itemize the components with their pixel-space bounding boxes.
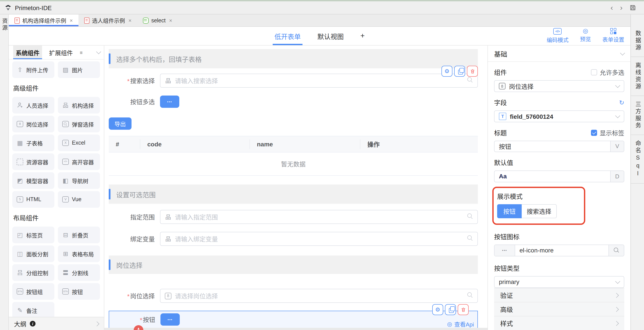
menu-icon[interactable]: ≡ [80, 50, 83, 55]
accordion-validation[interactable]: 验证 [494, 288, 624, 302]
bind-var-input[interactable]: 品 请输入绑定变量 [160, 232, 478, 246]
component-item-vue[interactable]: VVue [58, 191, 100, 208]
component-item-image[interactable]: ▨图片 [58, 61, 100, 78]
strip-item-datasource[interactable]: 数据源 [631, 25, 644, 57]
field-row-button-multi[interactable]: 按钮多选 ••• [109, 96, 478, 108]
gear-icon[interactable]: ⚙ [432, 304, 443, 315]
resource-strip-label[interactable]: 资源 [1, 18, 8, 32]
tab-extension-components[interactable]: 扩展组件 [46, 46, 76, 59]
grid-settings-icon [610, 28, 616, 34]
component-item-nav-tree[interactable]: ◧导航树 [58, 172, 100, 189]
icon-preview-box[interactable]: ••• [494, 245, 515, 256]
component-item-panel-split[interactable]: ◫面板分割 [12, 246, 54, 262]
icon-search-button[interactable] [608, 245, 624, 256]
component-item-group-control[interactable]: 吕分组控制 [12, 264, 54, 281]
component-item-button[interactable]: BTN按钮 [58, 283, 100, 300]
strip-item-third-party-service[interactable]: 三方服务 [631, 96, 644, 135]
preview-button[interactable]: ◎ 预览 [580, 28, 591, 44]
strip-item-named-sql[interactable]: 命名Sql [631, 135, 644, 184]
default-suffix-button[interactable]: D [610, 171, 624, 182]
component-item-org-select[interactable]: 品机构选择 [58, 97, 100, 114]
component-item-subtable[interactable]: ▦子表格 [12, 134, 54, 151]
default-value-input[interactable]: Aa D [494, 170, 624, 182]
code-file-icon: </> [62, 159, 69, 165]
strip-item-offline-resource[interactable]: 离线资源 [631, 57, 644, 96]
code-mode-button[interactable]: </> 编码模式 [547, 28, 568, 44]
search-select-input[interactable]: 品 请输入搜索选择 [160, 74, 478, 88]
component-item-table-layout[interactable]: ⊞表格布局 [58, 246, 100, 262]
file-tab-org-select-demo[interactable]: 机构选择组件示例 × [9, 14, 78, 26]
allow-multi-checkbox[interactable]: 允许多选 [591, 68, 624, 76]
close-tab-icon[interactable]: × [169, 17, 172, 24]
component-item-post-select[interactable]: 8岗位选择 [12, 116, 54, 132]
button-icon-input[interactable]: ••• el-icon-more [494, 244, 624, 256]
accordion-advanced[interactable]: 高级 [494, 302, 624, 316]
segment-button-active[interactable]: 按钮 [497, 204, 522, 218]
variable-suffix-button[interactable]: V [610, 141, 624, 152]
show-label-checkbox[interactable]: 显示标签 [591, 128, 624, 137]
component-item-model-container[interactable]: ◩模型容器 [12, 172, 54, 189]
field-row-bind-var[interactable]: 绑定变量 品 请输入绑定变量 [109, 232, 478, 246]
close-tab-icon[interactable]: × [70, 17, 73, 24]
nav-forward-icon[interactable]: › [620, 4, 622, 12]
close-tab-icon[interactable]: × [128, 17, 132, 24]
component-item-note[interactable]: ✎备注 [12, 302, 54, 317]
add-view-button[interactable]: + [360, 27, 365, 45]
form-settings-button[interactable]: 表单设置 [602, 28, 624, 44]
outline-footer[interactable]: 大纲 i [9, 317, 104, 330]
button-type-select[interactable]: primary [494, 276, 624, 288]
field-select[interactable]: T field_57600124 [494, 110, 624, 122]
export-button[interactable]: 导出 [109, 118, 132, 130]
section-header-2[interactable]: 设置可选范围 [109, 184, 478, 204]
file-tab-person-select-demo[interactable]: 选人组件示例 × [78, 14, 137, 26]
file-tab-select[interactable]: select × [137, 14, 178, 26]
horizontal-scrollbar[interactable] [104, 328, 488, 330]
more-dots-button[interactable]: ••• [160, 313, 180, 326]
view-api-link[interactable]: ◎ 查看Api [447, 320, 474, 328]
component-item-excel[interactable]: XExcel [58, 134, 100, 151]
select-value: 岗位选择 [509, 82, 534, 90]
chevron-down-icon[interactable] [96, 49, 101, 54]
refresh-icon[interactable]: ↻ [619, 99, 624, 106]
component-item-divider[interactable]: 〓分割线 [58, 264, 100, 281]
gear-icon[interactable]: ⚙ [442, 66, 452, 77]
section-header-3[interactable]: 岗位选择 [109, 256, 478, 274]
checkbox-checked[interactable] [591, 130, 597, 136]
field-row-post-select[interactable]: *岗位选择 8 请选择岗位选择 [109, 289, 478, 303]
field-row-search-select[interactable]: ⚙ *搜索选择 品 请输入搜索选择 [109, 74, 478, 88]
tab-low-code-form[interactable]: 低开表单 [274, 27, 301, 45]
component-item-popup-select[interactable]: 弹窗选择 [58, 116, 100, 132]
field-row-range[interactable]: 指定范围 品 请输入指定范围 [109, 210, 478, 224]
copy-icon[interactable] [454, 66, 465, 77]
component-item-attachment-upload[interactable]: ⇧附件上传 [12, 61, 54, 78]
chevron-right-icon[interactable] [94, 321, 100, 326]
checkbox-unchecked[interactable] [591, 69, 597, 75]
palette-scroll-area[interactable]: ⇧附件上传 ▨图片 高级组件 人员选择 品机构选择 8岗位选择 弹窗选择 ▦子表… [9, 60, 104, 317]
range-input[interactable]: 品 请输入指定范围 [160, 210, 478, 224]
trash-icon[interactable] [458, 304, 469, 315]
component-item-highcode-container[interactable]: </>高开容器 [58, 154, 100, 170]
component-type-select[interactable]: 8 岗位选择 [494, 80, 624, 92]
file-tab-label: select [151, 17, 166, 24]
segment-search-select[interactable]: 搜索选择 [522, 204, 557, 218]
tab-default-view[interactable]: 默认视图 [318, 27, 344, 45]
trash-icon[interactable] [467, 66, 478, 77]
component-item-person-select[interactable]: 人员选择 [12, 97, 54, 114]
component-item-button-group[interactable]: BTN按钮组 [12, 283, 54, 300]
component-item-collapse-page[interactable]: ⊟折叠页 [58, 226, 100, 243]
section-header-1[interactable]: 选择多个机构后，回填子表格 [109, 49, 478, 68]
tab-system-components[interactable]: 系统组件 [13, 46, 42, 59]
chevron-down-icon[interactable] [620, 50, 625, 56]
component-item-tab-page[interactable]: ◰标签页 [12, 226, 54, 243]
save-icon[interactable] [630, 4, 636, 11]
post-select-input[interactable]: 8 请选择岗位选择 [160, 289, 478, 303]
accordion-style[interactable]: 样式 [494, 316, 624, 330]
selected-field-row-button[interactable]: ⚙ *按钮 ••• ◎ 查看Api [109, 311, 478, 328]
title-input[interactable]: 按钮 V [494, 141, 624, 152]
component-item-html[interactable]: 5HTML [12, 191, 54, 208]
props-group-basic[interactable]: 基础 [488, 46, 630, 62]
copy-icon[interactable] [445, 304, 456, 315]
more-dots-button[interactable]: ••• [160, 96, 179, 108]
nav-back-icon[interactable]: ‹ [610, 4, 613, 12]
component-item-resource-container[interactable]: 资源容器 [12, 154, 54, 170]
